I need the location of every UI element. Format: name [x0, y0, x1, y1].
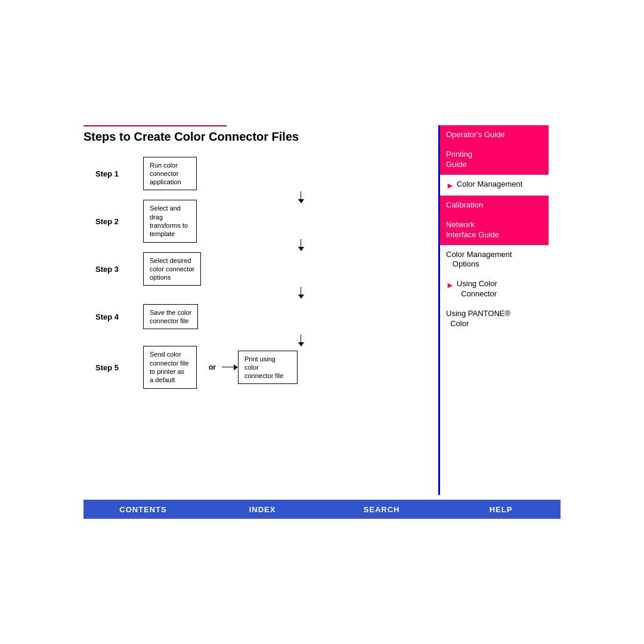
content-area: Steps to Create Color Connector Files St… — [83, 125, 561, 495]
sidebar-item-label: Color Management Options — [446, 250, 512, 270]
bottom-nav: CONTENTS INDEX SEARCH HELP — [83, 500, 561, 519]
arrow-head — [298, 199, 304, 203]
step-row-1: Step 1 Run colorconnectorapplication — [95, 156, 429, 191]
step-1-label: Step 1 — [95, 169, 143, 178]
sidebar-item-label: PrintingGuide — [446, 150, 472, 169]
sidebar: Operator's Guide PrintingGuide ► Color M… — [438, 125, 549, 495]
page-title: Steps to Create Color Connector Files — [83, 130, 429, 144]
step-row-2: Step 2 Select anddragtransforms totempla… — [95, 203, 429, 239]
sidebar-item-operators-guide[interactable]: Operator's Guide — [440, 125, 549, 145]
arrow-line — [301, 239, 301, 247]
nav-contents[interactable]: CONTENTS — [83, 505, 203, 514]
sidebar-item-using-color-connector[interactable]: ► Using Color Connector — [440, 274, 549, 304]
nav-help[interactable]: HELP — [441, 505, 561, 514]
arrow-h-head — [234, 364, 238, 370]
sidebar-item-calibration[interactable]: Calibration — [440, 196, 549, 215]
step-5-box: Send colorconnector fileto printer asa d… — [143, 346, 197, 388]
step-row-5: Step 5 Send colorconnector fileto printe… — [95, 346, 429, 388]
step-5-branch-box: Print using colorconnector file — [238, 351, 298, 385]
arrow-h-line — [222, 367, 234, 367]
nav-index[interactable]: INDEX — [203, 505, 322, 514]
sidebar-item-label: Using Color Connector — [457, 279, 497, 299]
sidebar-item-color-management[interactable]: ► Color Management — [440, 175, 549, 196]
arrow-2-3 — [172, 239, 429, 251]
sidebar-item-printing-guide[interactable]: PrintingGuide — [440, 145, 549, 175]
arrow-line — [301, 335, 301, 342]
step-4-box: Save the colorconnector file — [143, 304, 198, 330]
sidebar-item-label: Using PANTONE® Color — [446, 309, 510, 329]
arrow-3-4 — [172, 287, 429, 299]
sidebar-item-label: Calibration — [446, 200, 483, 209]
step-3-label: Step 3 — [95, 265, 143, 274]
arrow-icon: ► — [446, 280, 454, 290]
page-title-container: Steps to Create Color Connector Files — [83, 125, 429, 144]
step-2-box: Select anddragtransforms totemplate — [143, 200, 197, 242]
arrow-1-2 — [172, 191, 429, 203]
arrow-4-5 — [172, 335, 429, 346]
nav-search[interactable]: SEARCH — [322, 505, 441, 514]
step-row-4: Step 4 Save the colorconnector file — [95, 299, 429, 335]
arrow-line — [301, 191, 301, 199]
step-4-label: Step 4 — [95, 312, 143, 321]
arrow-head — [298, 342, 304, 346]
arrow-icon: ► — [446, 180, 454, 191]
sidebar-item-label: Operator's Guide — [446, 130, 505, 139]
page-wrapper: Steps to Create Color Connector Files St… — [0, 0, 644, 644]
arrow-head — [298, 295, 304, 299]
sidebar-item-color-management-options[interactable]: Color Management Options — [440, 245, 549, 275]
sidebar-item-using-pantone[interactable]: Using PANTONE® Color — [440, 304, 549, 334]
flow-diagram: Step 1 Run colorconnectorapplication Ste… — [83, 156, 429, 388]
step-2-label: Step 2 — [95, 217, 143, 226]
or-label: or — [209, 363, 216, 371]
sidebar-item-network-interface[interactable]: NetworkInterface Guide — [440, 215, 549, 245]
main-content: Steps to Create Color Connector Files St… — [83, 125, 429, 495]
sidebar-item-label: NetworkInterface Guide — [446, 220, 499, 239]
arrow-line — [301, 287, 301, 295]
title-underline — [83, 125, 227, 126]
step-3-box: Select desiredcolor connectoroptions — [143, 252, 201, 286]
step-5-label: Step 5 — [95, 363, 143, 372]
step-1-box: Run colorconnectorapplication — [143, 157, 197, 191]
sidebar-item-label: Color Management — [457, 179, 523, 190]
arrow-head — [298, 247, 304, 251]
step-row-3: Step 3 Select desiredcolor connectoropti… — [95, 251, 429, 287]
